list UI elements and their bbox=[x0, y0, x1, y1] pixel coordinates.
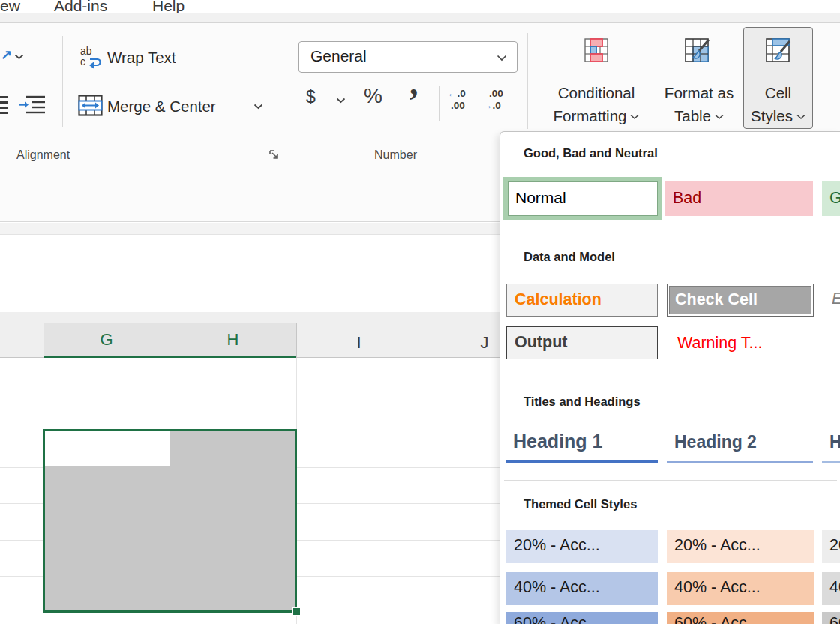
style-tile-good[interactable]: Good bbox=[822, 182, 840, 216]
style-tile-explanatory[interactable]: Explanatory... bbox=[824, 284, 840, 316]
cell-styles-button-line1[interactable]: Cell bbox=[744, 82, 812, 104]
conditional-formatting-icon bbox=[584, 38, 609, 63]
section-title-data-model: Data and Model bbox=[524, 250, 615, 264]
menu-tab-view[interactable]: ew bbox=[0, 0, 20, 13]
style-tile-bad[interactable]: Bad bbox=[665, 182, 813, 216]
merge-center-icon[interactable] bbox=[78, 94, 103, 116]
orientation-icon[interactable]: ↗ bbox=[1, 46, 12, 63]
group-separator bbox=[283, 33, 284, 129]
increase-indent-icon[interactable] bbox=[20, 94, 46, 116]
increase-decimal-button[interactable]: ←.0 .00 bbox=[447, 88, 477, 119]
number-format-value: General bbox=[310, 47, 367, 65]
menu-divider bbox=[504, 232, 837, 233]
style-tile-check-cell-label: Check Cell bbox=[669, 286, 812, 314]
menu-bar: ew Add-ins Help bbox=[0, 0, 840, 13]
style-tile-40-accent1[interactable]: 40% - Acc... bbox=[506, 572, 658, 605]
section-title-good-bad-neutral: Good, Bad and Neutral bbox=[524, 146, 658, 160]
conditional-formatting-button[interactable]: Conditional bbox=[530, 82, 663, 104]
style-tile-60-accent2[interactable]: 60% - Acc... bbox=[667, 612, 814, 624]
style-tile-40-accent3[interactable]: 40% - Acc... bbox=[822, 572, 840, 605]
style-tile-60-accent3[interactable]: 60% - Acc... bbox=[822, 612, 840, 624]
decrease-indent-icon[interactable] bbox=[0, 96, 8, 117]
chevron-down-icon bbox=[496, 55, 507, 62]
wrap-text-icon[interactable]: ab c bbox=[80, 45, 104, 70]
style-tile-heading1[interactable]: Heading 1 bbox=[506, 424, 658, 463]
chevron-down-icon bbox=[796, 114, 806, 120]
section-title-themed: Themed Cell Styles bbox=[524, 497, 637, 512]
merge-center-button[interactable]: Merge & Center bbox=[107, 96, 216, 117]
chevron-down-icon[interactable] bbox=[254, 104, 263, 110]
style-tile-40-accent2[interactable]: 40% - Acc... bbox=[667, 572, 814, 605]
format-as-table-icon bbox=[684, 38, 711, 63]
dialog-launcher-icon[interactable] bbox=[268, 149, 280, 161]
style-tile-check-cell[interactable]: Check Cell bbox=[667, 284, 814, 316]
style-tile-output[interactable]: Output bbox=[506, 326, 658, 359]
style-tile-20-accent1[interactable]: 20% - Acc... bbox=[506, 530, 658, 563]
style-tile-20-accent3[interactable]: 20% - Acc... bbox=[822, 530, 840, 563]
menu-divider bbox=[504, 376, 837, 377]
style-tile-20-accent2[interactable]: 20% - Acc... bbox=[667, 530, 814, 563]
header-divider bbox=[44, 322, 44, 358]
chevron-down-icon bbox=[630, 114, 639, 120]
menu-bar-band bbox=[0, 13, 840, 22]
format-as-table-button[interactable]: Format as bbox=[651, 82, 747, 104]
group-separator bbox=[527, 33, 528, 129]
section-title-titles-headings: Titles and Headings bbox=[524, 394, 640, 409]
cell-styles-icon bbox=[765, 38, 792, 63]
currency-format-button[interactable]: $ bbox=[306, 87, 316, 107]
wrap-text-button[interactable]: Wrap Text bbox=[107, 47, 176, 68]
style-tile-60-accent1[interactable]: 60% - Acc... bbox=[506, 612, 658, 624]
decrease-decimal-button[interactable]: .00 →.0 bbox=[482, 88, 512, 119]
number-group-label: Number bbox=[341, 148, 450, 162]
header-divider bbox=[170, 322, 170, 358]
style-tile-heading3[interactable]: Heading 3 bbox=[822, 425, 840, 463]
chevron-down-icon[interactable] bbox=[336, 98, 346, 104]
column-header-h[interactable]: H bbox=[170, 322, 296, 358]
cell-styles-button-line2[interactable]: Styles bbox=[744, 106, 812, 127]
alignment-group-label: Alignment bbox=[16, 148, 70, 162]
cell-styles-menu: Good, Bad and Neutral Normal Bad Good Da… bbox=[500, 131, 840, 624]
group-separator bbox=[62, 36, 63, 128]
small-separator bbox=[439, 86, 440, 122]
selection-border bbox=[43, 429, 297, 613]
comma-format-button[interactable]: , bbox=[410, 63, 418, 103]
header-divider bbox=[296, 322, 297, 358]
column-header-i[interactable]: I bbox=[296, 312, 422, 358]
excel-window: { "menu": { "item_view_partial": "ew", "… bbox=[0, 0, 840, 624]
chevron-down-icon[interactable] bbox=[14, 54, 24, 60]
fill-handle[interactable] bbox=[292, 608, 301, 616]
format-as-table-button-line2[interactable]: Table bbox=[651, 106, 747, 127]
column-header-g[interactable]: G bbox=[44, 322, 170, 358]
style-tile-normal-selected[interactable]: Normal bbox=[503, 177, 662, 220]
style-tile-calculation[interactable]: Calculation bbox=[506, 284, 658, 316]
style-tile-warning-text[interactable]: Warning T... bbox=[670, 328, 820, 361]
menu-tab-addins[interactable]: Add-ins bbox=[54, 0, 107, 13]
menu-divider bbox=[504, 480, 837, 481]
menu-tab-help[interactable]: Help bbox=[152, 0, 184, 13]
style-tile-heading2[interactable]: Heading 2 bbox=[667, 425, 813, 463]
style-tile-normal-label: Normal bbox=[508, 182, 658, 216]
conditional-formatting-button-line2[interactable]: Formatting bbox=[530, 106, 663, 127]
header-divider bbox=[422, 322, 422, 358]
percent-format-button[interactable]: % bbox=[364, 84, 382, 108]
gridline bbox=[422, 358, 422, 624]
chevron-down-icon bbox=[715, 114, 724, 120]
gridline bbox=[0, 394, 502, 395]
number-format-select[interactable]: General bbox=[298, 41, 518, 73]
gridline bbox=[0, 613, 502, 614]
